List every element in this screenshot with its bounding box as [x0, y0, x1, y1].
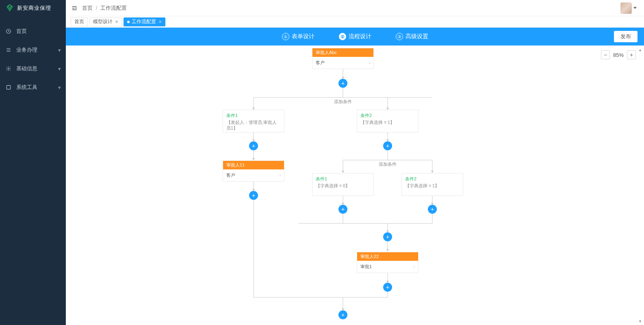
sidebar-item-home[interactable]: 首页 — [0, 22, 66, 41]
sidebar-item-label: 业务办理 — [16, 46, 37, 54]
brand-title: 新安商业保理 — [17, 4, 51, 12]
flow-condition-node[interactable]: 条件2 【字典选择 = 1】 — [357, 110, 418, 132]
tabs-row: 首页 模型设计 ✕ 工作流配置 ✕ — [66, 16, 644, 28]
sidebar-item-label: 首页 — [16, 28, 27, 35]
condition-title: 条件2 — [360, 113, 415, 119]
add-node-button[interactable]: + — [383, 141, 392, 150]
sidebar: 新安商业保理 首页 业务办理 ▾ 基础信息 ▾ 系统工具 ▾ — [0, 0, 66, 325]
tab-home[interactable]: 首页 — [71, 17, 88, 26]
chevron-down-icon: ▾ — [58, 66, 61, 72]
add-node-button[interactable]: + — [338, 205, 347, 214]
flow-condition-node[interactable]: 条件1 【字典选择 = 0】 — [312, 173, 374, 196]
step-form-design[interactable]: ① 表单设计 — [282, 33, 314, 40]
flow-node-title: 审批人22 — [357, 252, 418, 261]
chevron-down-icon: ▾ — [58, 84, 61, 91]
box-icon — [6, 84, 11, 90]
step-number-icon: ③ — [396, 33, 403, 40]
zoom-controls: − 85% + — [601, 50, 636, 59]
add-node-button[interactable]: + — [249, 141, 258, 150]
step-label: 高级设置 — [405, 33, 428, 40]
condition-title: 条件1 — [226, 113, 281, 119]
topbar: 首页 / 工作流配置 — [66, 0, 644, 16]
sidebar-item-baseinfo[interactable]: 基础信息 ▾ — [0, 59, 66, 78]
menu-collapse-icon — [71, 5, 78, 11]
condition-title: 条件2 — [405, 176, 460, 182]
flow-canvas[interactable]: ▴ ▾ − 85% + — [66, 46, 644, 325]
sidebar-item-systools[interactable]: 系统工具 ▾ — [0, 78, 66, 97]
main: 首页 / 工作流配置 首页 模型设计 ✕ 工作流配置 ✕ ① 表单设计 — [66, 0, 644, 325]
breadcrumb-home[interactable]: 首页 — [82, 5, 93, 11]
chevron-right-icon: › — [280, 173, 281, 178]
sidebar-toggle-button[interactable] — [69, 3, 80, 13]
gear-icon — [6, 66, 11, 72]
flow-node-approver[interactable]: 审批人11 客户› — [223, 160, 284, 182]
chevron-right-icon: › — [369, 61, 370, 65]
svg-rect-2 — [7, 85, 10, 89]
add-node-button[interactable]: + — [428, 205, 437, 214]
tab-active-dot-icon — [127, 21, 130, 23]
tab-model-design[interactable]: 模型设计 ✕ — [89, 17, 122, 26]
flow-node-title: 审批人Abc — [312, 48, 373, 57]
add-node-button[interactable]: + — [249, 191, 258, 200]
flow-diagram: 审批人Abc 客户› + 添加条件 条件1 【发起人：管理员,审批人员1】 条件… — [66, 46, 644, 325]
brand-logo-icon — [6, 4, 14, 13]
flow-node-body: 审批1 — [360, 264, 372, 270]
zoom-value: 85% — [611, 52, 626, 58]
flow-node-start[interactable]: 审批人Abc 客户› — [312, 48, 374, 69]
breadcrumb-separator: / — [96, 5, 98, 11]
add-node-button[interactable]: + — [338, 310, 347, 319]
zoom-out-button[interactable]: − — [601, 50, 610, 59]
user-menu-caret-icon[interactable] — [633, 7, 637, 9]
tab-label: 模型设计 — [93, 18, 113, 25]
step-number-icon: ① — [282, 33, 289, 40]
add-condition-label[interactable]: 添加条件 — [332, 98, 353, 105]
step-number-icon: ② — [339, 33, 346, 40]
breadcrumb-current: 工作流配置 — [100, 5, 127, 11]
condition-desc: 【字典选择 = 1】 — [360, 120, 415, 126]
flow-node-body: 客户 — [316, 60, 325, 66]
chevron-right-icon: › — [414, 264, 415, 269]
tab-close-icon[interactable]: ✕ — [158, 20, 162, 24]
zoom-in-button[interactable]: + — [627, 50, 636, 59]
breadcrumb: 首页 / 工作流配置 — [82, 4, 127, 12]
add-node-button[interactable]: + — [383, 232, 392, 241]
svg-point-1 — [8, 68, 9, 69]
flow-node-title: 审批人11 — [223, 161, 284, 169]
chevron-down-icon: ▾ — [58, 47, 61, 53]
add-condition-label[interactable]: 添加条件 — [377, 161, 398, 168]
tab-label: 首页 — [74, 18, 84, 25]
flow-node-approver[interactable]: 审批人22 审批1› — [357, 252, 418, 273]
list-icon — [6, 47, 11, 53]
condition-title: 条件1 — [316, 176, 370, 182]
condition-desc: 【字典选择 = 0】 — [316, 183, 370, 189]
add-node-button[interactable]: + — [383, 283, 392, 292]
step-label: 表单设计 — [292, 33, 314, 40]
tab-workflow-config[interactable]: 工作流配置 ✕ — [124, 17, 165, 26]
add-node-button[interactable]: + — [338, 79, 347, 88]
step-advanced-settings[interactable]: ③ 高级设置 — [396, 33, 428, 40]
flow-condition-node[interactable]: 条件2 【字典选择 = 1】 — [401, 173, 463, 196]
tab-label: 工作流配置 — [132, 18, 156, 25]
brand: 新安商业保理 — [0, 0, 66, 16]
user-avatar[interactable] — [620, 2, 632, 14]
condition-desc: 【发起人：管理员,审批人员1】 — [226, 120, 281, 131]
step-bar: ① 表单设计 ② 流程设计 ③ 高级设置 发布 — [66, 28, 644, 46]
flow-condition-node[interactable]: 条件1 【发起人：管理员,审批人员1】 — [223, 110, 284, 132]
flow-node-body: 客户 — [226, 172, 235, 178]
dashboard-icon — [6, 28, 11, 34]
sidebar-menu: 首页 业务办理 ▾ 基础信息 ▾ 系统工具 ▾ — [0, 16, 66, 97]
condition-desc: 【字典选择 = 1】 — [405, 183, 460, 189]
sidebar-item-business[interactable]: 业务办理 ▾ — [0, 41, 66, 59]
tab-close-icon[interactable]: ✕ — [115, 20, 118, 24]
step-flow-design[interactable]: ② 流程设计 — [339, 33, 371, 40]
publish-button[interactable]: 发布 — [614, 31, 637, 42]
sidebar-item-label: 系统工具 — [16, 84, 37, 91]
sidebar-item-label: 基础信息 — [16, 65, 37, 72]
step-label: 流程设计 — [349, 33, 371, 40]
